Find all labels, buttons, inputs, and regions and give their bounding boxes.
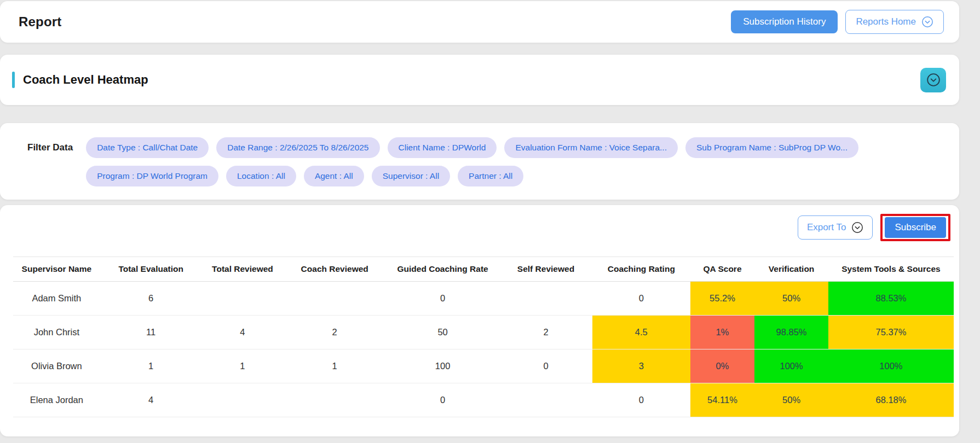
accent-bar — [12, 72, 15, 88]
table-cell: 0 — [592, 282, 690, 316]
table-cell: 50% — [754, 383, 828, 417]
reports-home-button[interactable]: Reports Home — [845, 10, 944, 34]
chevron-down-icon — [851, 222, 863, 234]
table-row: Adam Smith60055.2%50%88.53% — [13, 282, 954, 316]
table-cell: 4 — [202, 316, 284, 349]
top-header: Report Subscription History Reports Home — [0, 1, 959, 43]
table-cell: 98.85% — [754, 316, 828, 349]
subscription-history-button[interactable]: Subscription History — [731, 10, 838, 33]
table-cell: 50 — [386, 316, 499, 349]
table-cell: 100% — [828, 349, 954, 383]
subscribe-button[interactable]: Subscribe — [885, 217, 946, 238]
table-cell: 4 — [100, 383, 202, 417]
table-cell: 100% — [754, 349, 828, 383]
page-title: Report — [19, 14, 62, 30]
table-cell — [283, 383, 386, 417]
column-header: Coaching Rating — [592, 257, 690, 282]
table-body: Adam Smith60055.2%50%88.53%John Christ11… — [13, 282, 954, 417]
section-header: Coach Level Heatmap — [0, 55, 959, 105]
subscribe-highlight-box: Subscribe — [880, 214, 950, 241]
filter-chip[interactable]: Partner : All — [458, 166, 523, 186]
filter-chip[interactable]: Supervisor : All — [372, 166, 450, 186]
chevron-down-icon — [921, 16, 933, 28]
column-header: Guided Coaching Rate — [386, 257, 499, 282]
table-cell: 0 — [499, 349, 592, 383]
table-cell: 55.2% — [690, 282, 755, 316]
filter-chip[interactable]: Client Name : DPWorld — [388, 137, 497, 158]
supervisor-name-cell: Elena Jordan — [13, 383, 100, 417]
table-cell: 100 — [386, 349, 499, 383]
table-header: Supervisor NameTotal EvaluationTotal Rev… — [13, 257, 954, 282]
filter-row: Filter Data Date Type : Call/Chat DateDa… — [27, 137, 943, 186]
table-cell: 2 — [499, 316, 592, 349]
filter-chip[interactable]: Date Range : 2/26/2025 To 8/26/2025 — [216, 137, 379, 158]
column-header: Total Evaluation — [100, 257, 202, 282]
table-cell: 88.53% — [828, 282, 954, 316]
section-title-wrap: Coach Level Heatmap — [12, 72, 148, 88]
column-header: Verification — [754, 257, 828, 282]
filter-chip[interactable]: Sub Program Name : SubProg DP Wo... — [685, 137, 858, 158]
collapse-section-button[interactable] — [920, 68, 946, 92]
table-row: Elena Jordan40054.11%50%68.18% — [13, 383, 954, 417]
supervisor-name-cell: Olivia Brown — [13, 349, 100, 383]
column-header: Self Reviewed — [499, 257, 592, 282]
column-header: Supervisor Name — [13, 257, 100, 282]
table-cell — [202, 282, 284, 316]
export-to-label: Export To — [807, 222, 846, 233]
table-cell: 2 — [283, 316, 386, 349]
filter-panel: Filter Data Date Type : Call/Chat DateDa… — [0, 123, 959, 200]
report-page: Report Subscription History Reports Home… — [0, 1, 959, 436]
table-cell: 54.11% — [690, 383, 755, 417]
table-cell: 3 — [592, 349, 690, 383]
table-cell: 6 — [100, 282, 202, 316]
heatmap-table: Supervisor NameTotal EvaluationTotal Rev… — [13, 257, 954, 417]
table-cell: 75.37% — [828, 316, 954, 349]
table-cell: 0 — [386, 282, 499, 316]
table-cell: 1% — [690, 316, 755, 349]
table-cell — [202, 383, 284, 417]
filter-chip[interactable]: Agent : All — [304, 166, 364, 186]
table-cell: 0 — [386, 383, 499, 417]
column-header: Coach Reviewed — [283, 257, 386, 282]
table-cell: 1 — [202, 349, 284, 383]
filter-chip[interactable]: Evaluation Form Name : Voice Separa... — [504, 137, 678, 158]
table-cell: 4.5 — [592, 316, 690, 349]
table-cell — [499, 282, 592, 316]
table-cell: 50% — [754, 282, 828, 316]
column-header: Total Reviewed — [202, 257, 284, 282]
table-row: Olivia Brown111100030%100%100% — [13, 349, 954, 383]
filter-chip-list: Date Type : Call/Chat DateDate Range : 2… — [86, 137, 896, 186]
section-title: Coach Level Heatmap — [23, 73, 148, 87]
table-cell — [499, 383, 592, 417]
report-table-panel: Export To Subscribe Supervisor NameTotal… — [0, 205, 959, 436]
export-to-button[interactable]: Export To — [798, 215, 873, 240]
table-toolbar: Export To Subscribe — [0, 212, 959, 241]
filter-chip[interactable]: Location : All — [226, 166, 296, 186]
filter-data-label: Filter Data — [27, 142, 73, 153]
table-cell: 68.18% — [828, 383, 954, 417]
table-row: John Christ11425024.51%98.85%75.37% — [13, 316, 954, 349]
reports-home-label: Reports Home — [856, 16, 916, 27]
filter-chip[interactable]: Program : DP World Program — [86, 166, 218, 186]
supervisor-name-cell: John Christ — [13, 316, 100, 349]
supervisor-name-cell: Adam Smith — [13, 282, 100, 316]
column-header: QA Score — [690, 257, 755, 282]
table-cell: 11 — [100, 316, 202, 349]
table-cell: 0% — [690, 349, 755, 383]
table-header-row: Supervisor NameTotal EvaluationTotal Rev… — [13, 257, 954, 282]
table-cell: 1 — [283, 349, 386, 383]
table-cell: 1 — [100, 349, 202, 383]
column-header: System Tools & Sources — [828, 257, 954, 282]
header-actions: Subscription History Reports Home — [731, 10, 944, 34]
table-cell: 0 — [592, 383, 690, 417]
table-cell — [283, 282, 386, 316]
filter-chip[interactable]: Date Type : Call/Chat Date — [86, 137, 209, 158]
chevron-down-icon — [926, 73, 941, 87]
